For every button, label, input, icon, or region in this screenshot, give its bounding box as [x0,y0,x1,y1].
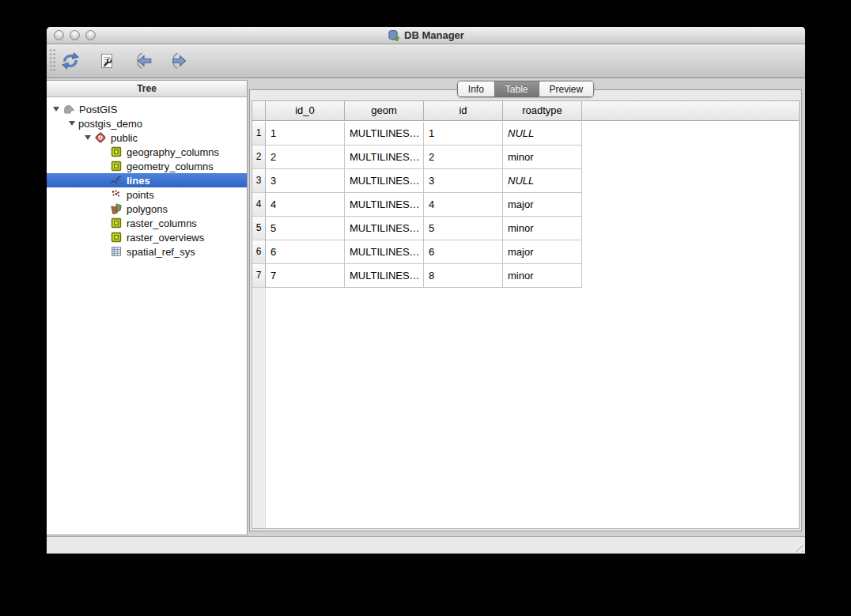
cell-geom[interactable]: MULTILINES… [345,264,424,288]
disclosure-triangle[interactable] [50,107,62,111]
column-header-roadtype[interactable]: roadtype [503,101,582,120]
main-content: Tree PostGISpostgis_demopublicgeography_… [47,80,805,536]
column-header-id[interactable]: id [424,101,503,120]
export-to-file-icon [169,51,190,71]
window-title: DB Manager [388,29,464,42]
import-layer-button[interactable] [132,50,154,72]
polygon-layer-icon [110,202,123,215]
tree-item-lines[interactable]: lines [47,173,247,187]
close-button[interactable] [54,30,64,40]
disclosure-triangle[interactable] [66,121,78,126]
tree-item-label: spatial_ref_sys [127,246,195,258]
tree-item-public[interactable]: public [47,130,247,145]
cell-id_0[interactable]: 2 [266,145,345,169]
cell-id_0[interactable]: 6 [266,240,345,264]
table-row: 22MULTILINES…2minor [252,145,799,169]
corner-header-button[interactable] [252,101,266,120]
row-number[interactable]: 3 [252,169,266,193]
attr-table-icon [110,231,123,244]
cell-geom[interactable]: MULTILINES… [345,122,424,145]
row-number[interactable]: 4 [252,193,266,217]
table-row: 11MULTILINES…1NULL [252,122,799,145]
table-row: 55MULTILINES…5minor [252,217,799,240]
tab-info[interactable]: Info [458,81,495,96]
row-number[interactable]: 7 [252,264,266,288]
toolbar [47,44,805,78]
tree-item-PostGIS[interactable]: PostGIS [47,102,247,116]
cell-id[interactable]: 8 [424,264,503,288]
resize-grip[interactable] [792,541,804,552]
cell-roadtype[interactable]: major [503,240,582,264]
refresh-button[interactable] [59,50,81,72]
status-bar [47,536,805,554]
cell-id_0[interactable]: 1 [266,122,345,145]
cell-id[interactable]: 1 [424,122,503,145]
attr-table-icon [110,160,123,172]
tab-table[interactable]: Table [495,81,539,96]
cell-roadtype[interactable]: minor [503,145,582,169]
line-layer-icon [110,174,123,187]
cell-roadtype[interactable]: NULL [503,169,582,193]
cell-id_0[interactable]: 7 [266,264,345,288]
sql-window-icon [97,51,116,70]
export-to-file-button[interactable] [168,50,191,72]
cell-geom[interactable]: MULTILINES… [345,240,424,264]
cell-id[interactable]: 2 [424,145,503,169]
tree-item-label: points [127,189,154,201]
row-number[interactable]: 5 [252,217,266,240]
tree-item-polygons[interactable]: polygons [47,202,247,216]
tree-item-postgis_demo[interactable]: postgis_demo [47,116,247,130]
tree-item-geometry_columns[interactable]: geometry_columns [47,159,247,173]
triangle-down-icon [69,121,75,126]
tree-item-label: raster_columns [127,217,197,229]
tree-item-points[interactable]: points [47,187,247,202]
sql-window-button[interactable] [96,50,118,72]
row-number[interactable]: 2 [252,145,266,169]
tab-preview[interactable]: Preview [539,81,594,96]
cell-id_0[interactable]: 3 [266,169,345,193]
refresh-icon [60,51,81,71]
tree-item-spatial_ref_sys[interactable]: spatial_ref_sys [47,244,247,259]
table-row: 77MULTILINES…8minor [252,264,799,288]
column-header-geom[interactable]: geom [345,101,424,120]
title-bar[interactable]: DB Manager [47,27,805,44]
cell-id[interactable]: 4 [424,193,503,217]
minimize-button[interactable] [70,30,80,40]
table-body: 11MULTILINES…1NULL22MULTILINES…2minor33M… [252,122,799,528]
cell-roadtype[interactable]: NULL [503,122,582,145]
table-row: 33MULTILINES…3NULL [252,169,799,193]
tree-item-raster_columns[interactable]: raster_columns [47,216,247,230]
zoom-button[interactable] [85,30,96,40]
table-view: id_0geomidroadtype 11MULTILINES…1NULL22M… [252,100,800,529]
row-number[interactable]: 6 [252,240,266,264]
cell-id[interactable]: 5 [424,217,503,240]
cell-geom[interactable]: MULTILINES… [345,193,424,217]
header-filler [582,101,799,120]
tree-item-label: public [111,132,138,144]
tree-panel: Tree PostGISpostgis_demopublicgeography_… [47,80,248,535]
cell-geom[interactable]: MULTILINES… [345,145,424,169]
cell-roadtype[interactable]: major [503,193,582,217]
cell-id_0[interactable]: 5 [266,217,345,240]
point-layer-icon [110,188,123,201]
tree-item-geography_columns[interactable]: geography_columns [47,145,247,159]
cell-geom[interactable]: MULTILINES… [345,169,424,193]
cell-id[interactable]: 6 [424,240,503,264]
tree-list: PostGISpostgis_demopublicgeography_colum… [47,97,247,259]
cell-roadtype[interactable]: minor [503,217,582,240]
cell-roadtype[interactable]: minor [503,264,582,288]
tree-item-raster_overviews[interactable]: raster_overviews [47,230,247,244]
cell-geom[interactable]: MULTILINES… [345,217,424,240]
disclosure-triangle[interactable] [81,135,94,140]
db-manager-window: DB Manager Tree PostGISpostgis_demopubli… [47,27,805,554]
cell-id_0[interactable]: 4 [266,193,345,217]
cell-id[interactable]: 3 [424,169,503,193]
toolbar-grip-handle[interactable] [49,48,56,74]
tree-item-label: polygons [127,203,168,215]
triangle-down-icon [53,107,59,111]
column-header-id_0[interactable]: id_0 [266,101,345,120]
table-header-row: id_0geomidroadtype [252,101,799,121]
row-number[interactable]: 1 [252,122,266,145]
attr-table-icon [110,217,123,229]
tree-panel-header: Tree [47,81,247,97]
